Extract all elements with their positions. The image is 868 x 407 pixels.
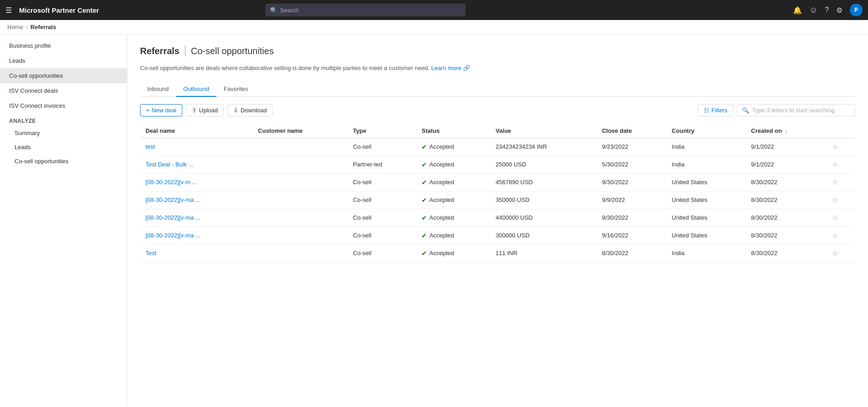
deal-name-link[interactable]: [08-30-2022][v-ma ... [146, 232, 201, 239]
col-status[interactable]: Status [416, 124, 490, 138]
favorite-cell[interactable]: ☆ [827, 244, 855, 262]
table-search-box[interactable]: 🔍 [737, 104, 855, 116]
sort-desc-icon: ↓ [785, 128, 788, 134]
accepted-icon: ✔ [421, 161, 427, 168]
filters-button[interactable]: ☷ Filters [698, 104, 733, 116]
deal-name-link[interactable]: Test Deal - Bulk ... [146, 161, 193, 168]
global-search[interactable]: 🔍 [266, 4, 466, 16]
value-cell: 300000 USD [490, 226, 597, 244]
settings-icon[interactable]: ⚙ [836, 6, 843, 15]
favorite-star-icon[interactable]: ☆ [832, 178, 838, 186]
customer-name-cell [252, 173, 347, 191]
sidebar-item-co-sell-opportunities[interactable]: Co-sell opportunities [0, 68, 127, 83]
notification-icon[interactable]: 🔔 [793, 6, 802, 15]
sidebar-item-isv-connect-invoices[interactable]: ISV Connect invoices [0, 98, 127, 113]
page-description: Co-sell opportunities are deals where co… [140, 64, 855, 73]
favorite-star-icon[interactable]: ☆ [832, 249, 838, 257]
col-type[interactable]: Type [347, 124, 416, 138]
deal-name-link[interactable]: [08-30-2022][v-ma ... [146, 214, 201, 221]
value-cell: 350000 USD [490, 191, 597, 209]
country-cell: India [666, 156, 745, 173]
status-cell: ✔ Accepted [416, 173, 490, 191]
favorite-cell[interactable]: ☆ [827, 138, 855, 156]
accepted-icon: ✔ [421, 232, 427, 239]
value-cell: 4400000 USD [490, 209, 597, 226]
sidebar: Business profile Leads Co-sell opportuni… [0, 35, 127, 405]
country-cell: United States [666, 226, 745, 244]
hamburger-icon[interactable]: ☰ [5, 6, 12, 15]
new-deal-button[interactable]: + New deal [140, 104, 182, 116]
table-search-input[interactable] [752, 107, 850, 114]
status-cell: ✔ Accepted [416, 191, 490, 209]
country-cell: United States [666, 209, 745, 226]
favorite-cell[interactable]: ☆ [827, 156, 855, 173]
type-cell: Co-sell [347, 244, 416, 262]
tab-inbound[interactable]: Inbound [140, 82, 176, 97]
sidebar-item-isv-connect-deals[interactable]: ISV Connect deals [0, 83, 127, 98]
table-row: test Co-sell ✔ Accepted 234234234234 INR… [140, 138, 855, 156]
favorite-cell[interactable]: ☆ [827, 173, 855, 191]
breadcrumb-separator: › [26, 24, 28, 30]
favorite-star-icon[interactable]: ☆ [832, 161, 838, 168]
customer-name-cell [252, 138, 347, 156]
close-date-cell: 9/9/2022 [597, 191, 666, 209]
tab-outbound[interactable]: Outbound [176, 82, 216, 97]
deal-name-link[interactable]: Test [146, 250, 156, 256]
feedback-icon[interactable]: ☺ [809, 5, 818, 15]
col-customer-name[interactable]: Customer name [252, 124, 347, 138]
analyze-section-label: Analyze [0, 113, 127, 126]
sidebar-sub-item-co-sell-analyze[interactable]: Co-sell opportunities [0, 154, 127, 168]
col-country[interactable]: Country [666, 124, 745, 138]
favorite-cell[interactable]: ☆ [827, 226, 855, 244]
download-button[interactable]: ⇩ Download [227, 104, 273, 116]
status-cell: ✔ Accepted [416, 226, 490, 244]
deal-name-link[interactable]: [08-30-2022][v-ma ... [146, 196, 201, 203]
favorite-star-icon[interactable]: ☆ [832, 214, 838, 221]
status-cell: ✔ Accepted [416, 156, 490, 173]
avatar[interactable]: P [850, 4, 863, 16]
close-date-cell: 5/30/2022 [597, 156, 666, 173]
tab-favorites[interactable]: Favorites [216, 82, 255, 97]
type-cell: Co-sell [347, 191, 416, 209]
topbar: ☰ Microsoft Partner Center 🔍 🔔 ☺ ? ⚙ P [0, 0, 868, 20]
table-row: [08-30-2022][v-ma ... Co-sell ✔ Accepted… [140, 226, 855, 244]
favorite-star-icon[interactable]: ☆ [832, 143, 838, 151]
toolbar: + New deal ⇧ Upload ⇩ Download ☷ Filters… [140, 104, 855, 116]
upload-button[interactable]: ⇧ Upload [186, 104, 224, 116]
sidebar-item-leads[interactable]: Leads [0, 53, 127, 68]
help-icon[interactable]: ? [825, 6, 829, 14]
filter-icon: ☷ [704, 107, 709, 114]
breadcrumb-home[interactable]: Home [7, 24, 23, 30]
learn-more-link[interactable]: Learn more 🔗 [431, 65, 470, 71]
close-date-cell: 9/16/2022 [597, 226, 666, 244]
favorite-cell[interactable]: ☆ [827, 191, 855, 209]
created-on-cell: 9/1/2022 [746, 138, 827, 156]
status-cell: ✔ Accepted [416, 244, 490, 262]
col-created-on[interactable]: Created on ↓ [746, 124, 827, 138]
sidebar-sub-item-summary[interactable]: Summary [0, 126, 127, 140]
sidebar-sub-item-leads[interactable]: Leads [0, 140, 127, 154]
created-on-cell: 9/1/2022 [746, 156, 827, 173]
favorite-cell[interactable]: ☆ [827, 209, 855, 226]
deal-name-link[interactable]: test [146, 143, 155, 150]
customer-name-cell [252, 156, 347, 173]
favorite-star-icon[interactable]: ☆ [832, 231, 838, 239]
main-content: Referrals Co-sell opportunities Co-sell … [127, 35, 868, 405]
accepted-icon: ✔ [421, 196, 427, 204]
sidebar-item-business-profile[interactable]: Business profile [0, 38, 127, 53]
col-deal-name[interactable]: Deal name [140, 124, 252, 138]
favorite-star-icon[interactable]: ☆ [832, 196, 838, 204]
col-close-date[interactable]: Close date [597, 124, 666, 138]
country-cell: United States [666, 173, 745, 191]
table-row: [08-30-2022][v-ma ... Co-sell ✔ Accepted… [140, 209, 855, 226]
breadcrumb: Home › Referrals [0, 20, 868, 35]
col-value[interactable]: Value [490, 124, 597, 138]
deal-name-link[interactable]: [08-30-2022][v-m ... [146, 179, 197, 186]
country-cell: United States [666, 191, 745, 209]
accepted-icon: ✔ [421, 214, 427, 221]
value-cell: 4567890 USD [490, 173, 597, 191]
status-cell: ✔ Accepted [416, 138, 490, 156]
customer-name-cell [252, 209, 347, 226]
download-icon: ⇩ [233, 107, 238, 114]
search-input[interactable] [280, 7, 461, 14]
